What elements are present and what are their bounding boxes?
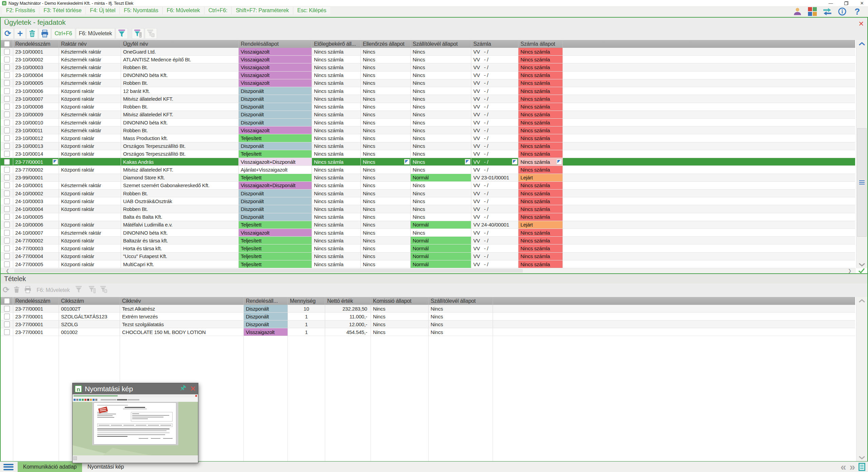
- order-row[interactable]: 23-10/00006 Központi raktár 12 barát Kft…: [1, 87, 855, 95]
- order-row[interactable]: 24-77/00004 Központi raktár "Uccu" Futap…: [1, 253, 855, 260]
- close-button[interactable]: ✕: [859, 1, 865, 6]
- menu-item[interactable]: F6: Műveletek: [162, 7, 204, 14]
- cell-check[interactable]: Nincs: [361, 79, 411, 87]
- cell-cust[interactable]: Országos Terpeszszállító Bt.: [121, 142, 239, 150]
- cell-delivery[interactable]: Normál: [411, 244, 471, 252]
- cell-advance[interactable]: Nincs számla: [312, 79, 361, 87]
- cell-num[interactable]: 23-77/00002: [13, 166, 59, 173]
- column-header[interactable]: Szállítólevél állapot: [429, 297, 493, 305]
- cell-invoice[interactable]: VV 23-01/00001: [471, 174, 518, 181]
- status-tab[interactable]: Nyomtatási kép: [82, 462, 129, 472]
- page-last-icon[interactable]: »: [850, 462, 855, 472]
- cell-status[interactable]: Visszaigazolt: [239, 63, 312, 71]
- items-scroll-down-icon[interactable]: [856, 454, 867, 461]
- row-checkbox[interactable]: [4, 214, 10, 220]
- cell-comm[interactable]: Nincs: [371, 320, 429, 328]
- cell-check[interactable]: Nincs: [361, 95, 411, 102]
- cell-wh[interactable]: [59, 213, 121, 221]
- order-row[interactable]: 23-10/00001 Késztermék raktár OneGuard L…: [1, 48, 855, 56]
- cell-advance[interactable]: Nincs számla: [312, 72, 361, 79]
- cell-wh[interactable]: Központi raktár: [59, 260, 121, 268]
- cell-cust[interactable]: Robben Bt.: [121, 103, 239, 111]
- cell-name[interactable]: Extrém tervezés: [120, 313, 244, 320]
- cell-cust[interactable]: UAB Osztrák&Osztrák: [121, 197, 239, 205]
- cell-delivery[interactable]: Nincs: [411, 190, 471, 197]
- cell-delivery[interactable]: Nincs: [411, 56, 471, 63]
- cell-inv_status[interactable]: Nincs számla: [518, 244, 563, 252]
- modules-icon[interactable]: [808, 7, 817, 16]
- cell-inv_status[interactable]: Lejárt: [518, 174, 563, 181]
- cell-status[interactable]: Diszponált: [239, 142, 312, 150]
- cell-num[interactable]: 23-77/00001: [13, 313, 59, 320]
- cell-cust[interactable]: Szemet szemért Gabonakereskedő Kft.: [121, 182, 239, 189]
- order-row[interactable]: 23-10/00008 Központi raktár Robben Bt. D…: [1, 103, 855, 111]
- cell-cust[interactable]: 12 barát Kft.: [121, 87, 239, 95]
- order-row[interactable]: 24-10/00002 Központi raktár Robben Bt. D…: [1, 190, 855, 197]
- cell-invoice[interactable]: VV - /: [471, 197, 518, 205]
- cell-cust[interactable]: Mitvisz állateledel KFT.: [121, 95, 239, 102]
- restore-button[interactable]: [844, 1, 848, 5]
- cell-status[interactable]: Teljesített: [239, 134, 312, 142]
- cell-cust[interactable]: Diamond Store Kft.: [121, 174, 239, 181]
- cell-inv_status[interactable]: Lejárt: [518, 221, 563, 229]
- cell-advance[interactable]: Nincs számla: [312, 221, 361, 229]
- cell-delivery[interactable]: Normál: [411, 237, 471, 244]
- row-checkbox[interactable]: [4, 49, 10, 55]
- cell-sku[interactable]: 001002: [59, 328, 120, 336]
- cell-cust[interactable]: MultiCapri Kft.: [121, 260, 239, 268]
- cell-wh[interactable]: Központi raktár: [59, 253, 121, 260]
- cell-check[interactable]: Nincs: [361, 48, 411, 55]
- cell-delivery[interactable]: Normál: [411, 260, 471, 268]
- items-vscrollbar[interactable]: [856, 297, 867, 461]
- cell-num[interactable]: 24-10/00003: [13, 197, 59, 205]
- delete-button[interactable]: [26, 28, 38, 39]
- cell-check[interactable]: Nincs: [361, 56, 411, 63]
- cell-inv_status[interactable]: Nincs számla: [518, 142, 563, 150]
- cell-sku[interactable]: SZOLG: [59, 320, 120, 328]
- cell-wh[interactable]: Központi raktár: [59, 134, 121, 142]
- cell-check[interactable]: Nincs: [361, 253, 411, 260]
- panel-close-icon[interactable]: ✕: [858, 20, 864, 28]
- cell-wh[interactable]: Központi raktár: [59, 103, 121, 111]
- cell-status[interactable]: Diszponált: [239, 111, 312, 118]
- cell-inv_status[interactable]: Nincs számla: [518, 229, 563, 236]
- cell-check[interactable]: Nincs: [361, 150, 411, 158]
- cell-delivery[interactable]: Nincs: [411, 150, 471, 158]
- menu-item[interactable]: F2: Frissítés: [2, 7, 39, 14]
- cell-inv_status[interactable]: Nincs számla: [518, 197, 563, 205]
- cell-wh[interactable]: Központi raktár: [59, 166, 121, 173]
- cell-inv_status[interactable]: Nincs számla: [518, 95, 563, 102]
- cell-qty[interactable]: 1: [288, 313, 325, 320]
- cell-num[interactable]: 23-10/00007: [13, 95, 59, 102]
- row-checkbox[interactable]: [4, 329, 10, 335]
- cell-inv_status[interactable]: Nincs számla: [518, 205, 563, 213]
- row-checkbox[interactable]: [4, 88, 10, 94]
- cell-delivery[interactable]: Nincs: [429, 320, 493, 328]
- cell-advance[interactable]: Nincs számla: [312, 103, 361, 111]
- cell-advance[interactable]: Nincs számla: [312, 190, 361, 197]
- cell-inv_status[interactable]: Nincs számla: [518, 126, 563, 134]
- cell-num[interactable]: 23-10/00004: [13, 72, 59, 79]
- cell-num[interactable]: 23-77/00001: [13, 158, 59, 165]
- cell-check[interactable]: Nincs: [361, 229, 411, 236]
- order-row[interactable]: 23-77/00001 Kakas András Visszaigazolt+D…: [1, 158, 855, 166]
- column-header[interactable]: Ügyfél név: [121, 40, 239, 48]
- cell-invoice[interactable]: VV - /: [471, 158, 518, 165]
- cell-invoice[interactable]: VV - /: [471, 87, 518, 95]
- cell-net[interactable]: 11.000,-: [325, 313, 371, 320]
- row-checkbox[interactable]: [4, 222, 10, 228]
- info-icon[interactable]: [837, 7, 847, 16]
- order-row[interactable]: 24-77/00005 Központi raktár MultiCapri K…: [1, 260, 855, 268]
- order-row[interactable]: 23-77/00002 Központi raktár Mitvisz álla…: [1, 166, 855, 174]
- status-tab[interactable]: Kommunikáció adatlap: [18, 462, 82, 472]
- cell-delivery[interactable]: Nincs: [411, 205, 471, 213]
- cell-wh[interactable]: Késztermék raktár: [59, 56, 121, 63]
- cell-num[interactable]: 24-10/00001: [13, 182, 59, 189]
- cell-delivery[interactable]: Nincs: [411, 103, 471, 111]
- cell-delivery[interactable]: Nincs: [411, 229, 471, 236]
- cell-check[interactable]: Nincs: [361, 87, 411, 95]
- cell-status[interactable]: Visszaigazolt+Diszponált: [239, 182, 312, 189]
- cell-num[interactable]: 24-10/00006: [13, 221, 59, 229]
- cell-invoice[interactable]: VV - /: [471, 126, 518, 134]
- scroll-up-icon[interactable]: [856, 40, 867, 47]
